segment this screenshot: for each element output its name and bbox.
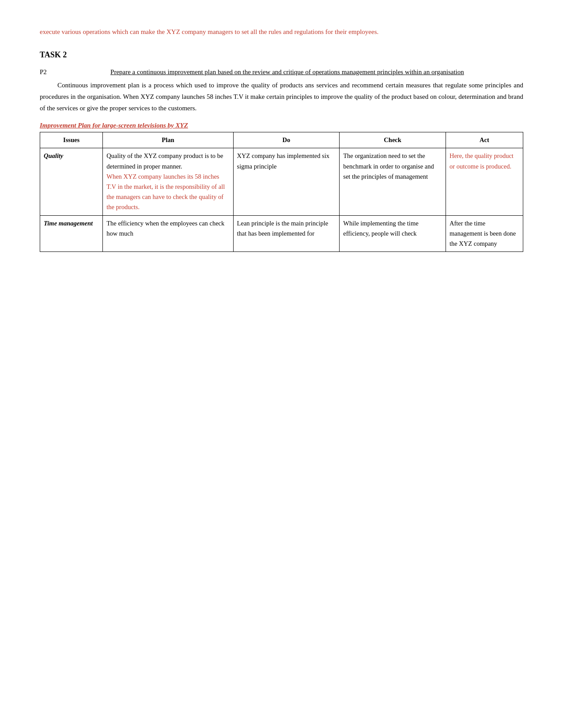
cell-issues-quality: Quality (40, 148, 103, 215)
intro-paragraph: execute various operations which can mak… (40, 26, 523, 38)
plan-quality-black: Quality of the XYZ company product is to… (106, 152, 223, 169)
issues-time-label: Time management (44, 220, 93, 227)
cell-do-quality: XYZ company has implemented six sigma pr… (233, 148, 340, 215)
cell-plan-quality: Quality of the XYZ company product is to… (103, 148, 233, 215)
check-time-text: While implementing the time efficiency, … (343, 220, 418, 237)
act-time-text: After the time management is been done t… (450, 220, 516, 247)
cell-check-quality: The organization need to set the benchma… (340, 148, 446, 215)
cell-check-time: While implementing the time efficiency, … (340, 215, 446, 252)
plan-quality-red: When XYZ company launches its 58 inches … (106, 173, 225, 211)
do-quality-text: XYZ company has implemented six sigma pr… (237, 152, 329, 169)
check-quality-text: The organization need to set the benchma… (343, 152, 434, 180)
cell-act-time: After the time management is been done t… (446, 215, 523, 252)
plan-time-text: The efficiency when the employees can ch… (106, 220, 224, 237)
task-heading: TASK 2 (40, 50, 523, 60)
do-time-text: Lean principle is the main principle tha… (237, 220, 329, 237)
cell-do-time: Lean principle is the main principle tha… (233, 215, 340, 252)
header-plan: Plan (103, 132, 233, 148)
header-check: Check (340, 132, 446, 148)
p2-title: Prepare a continuous improvement plan ba… (51, 68, 523, 76)
table-row-time: Time management The efficiency when the … (40, 215, 523, 252)
improvement-plan-table: Issues Plan Do Check Act Quality Quality… (40, 132, 523, 252)
body-text-1: Continuous improvement plan is a process… (40, 79, 523, 114)
p2-number: P2 (40, 68, 47, 76)
issues-quality-label: Quality (44, 152, 63, 159)
act-quality-red1: Here, the quality product or outcome is … (450, 152, 514, 169)
cell-issues-time: Time management (40, 215, 103, 252)
table-row-quality: Quality Quality of the XYZ company produ… (40, 148, 523, 215)
p2-section: P2 Prepare a continuous improvement plan… (40, 68, 523, 76)
cell-act-quality: Here, the quality product or outcome is … (446, 148, 523, 215)
header-do: Do (233, 132, 340, 148)
table-title: Improvement Plan for large-screen televi… (40, 122, 523, 129)
header-act: Act (446, 132, 523, 148)
header-issues: Issues (40, 132, 103, 148)
cell-plan-time: The efficiency when the employees can ch… (103, 215, 233, 252)
